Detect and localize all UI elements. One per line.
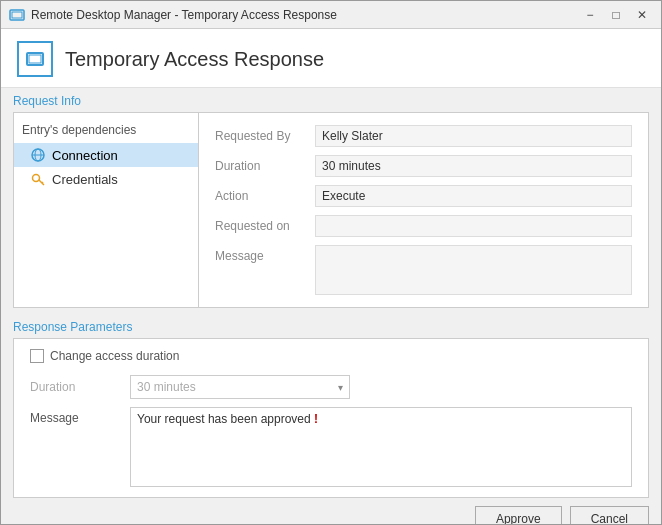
footer-buttons: Approve Cancel bbox=[1, 498, 661, 524]
maximize-button[interactable]: □ bbox=[605, 4, 627, 26]
message-label: Message bbox=[215, 245, 315, 263]
tree-item-connection-label: Connection bbox=[52, 148, 118, 163]
window-title: Remote Desktop Manager - Temporary Acces… bbox=[31, 8, 579, 22]
svg-line-9 bbox=[42, 182, 43, 183]
chevron-down-icon: ▾ bbox=[338, 382, 343, 393]
response-duration-row: Duration 30 minutes ▾ bbox=[30, 375, 632, 399]
requested-on-value bbox=[315, 215, 632, 237]
response-body: Change access duration Duration 30 minut… bbox=[13, 338, 649, 498]
request-info-body: Entry's dependencies Connection bbox=[13, 112, 649, 308]
svg-rect-1 bbox=[12, 12, 22, 18]
action-value: Execute bbox=[315, 185, 632, 207]
action-label: Action bbox=[215, 185, 315, 203]
change-access-label: Change access duration bbox=[50, 349, 179, 363]
response-duration-select[interactable]: 30 minutes ▾ bbox=[130, 375, 350, 399]
request-info-section: Request Info Entry's dependencies bbox=[1, 88, 661, 308]
tree-item-credentials-label: Credentials bbox=[52, 172, 118, 187]
approved-exclamation: ! bbox=[314, 412, 318, 426]
request-info-label: Request Info bbox=[1, 88, 661, 112]
requested-by-value: Kelly Slater bbox=[315, 125, 632, 147]
main-window: Remote Desktop Manager - Temporary Acces… bbox=[0, 0, 662, 525]
requested-on-label: Requested on bbox=[215, 215, 315, 233]
tree-panel: Entry's dependencies Connection bbox=[14, 113, 199, 307]
header-icon bbox=[17, 41, 53, 77]
window-controls: − □ ✕ bbox=[579, 4, 653, 26]
response-message-row: Message Your request has been approved ! bbox=[30, 407, 632, 487]
approved-text-main: Your request has been approved bbox=[137, 412, 314, 426]
change-access-row: Change access duration bbox=[30, 349, 632, 363]
cancel-button[interactable]: Cancel bbox=[570, 506, 649, 524]
response-params-section: Response Parameters Change access durati… bbox=[1, 314, 661, 498]
message-row: Message bbox=[215, 245, 632, 295]
svg-point-7 bbox=[33, 175, 40, 182]
dialog-title: Temporary Access Response bbox=[65, 48, 324, 71]
requested-on-row: Requested on bbox=[215, 215, 632, 237]
duration-value: 30 minutes bbox=[315, 155, 632, 177]
connection-icon bbox=[30, 147, 46, 163]
change-access-checkbox[interactable] bbox=[30, 349, 44, 363]
titlebar: Remote Desktop Manager - Temporary Acces… bbox=[1, 1, 661, 29]
key-icon bbox=[30, 171, 46, 187]
details-panel: Requested By Kelly Slater Duration 30 mi… bbox=[199, 113, 648, 307]
requested-by-label: Requested By bbox=[215, 125, 315, 143]
duration-label: Duration bbox=[215, 155, 315, 173]
svg-rect-3 bbox=[29, 55, 41, 63]
message-value bbox=[315, 245, 632, 295]
tree-item-connection[interactable]: Connection bbox=[14, 143, 198, 167]
approve-button[interactable]: Approve bbox=[475, 506, 562, 524]
approved-text: Your request has been approved ! bbox=[137, 412, 318, 426]
response-duration-value: 30 minutes bbox=[137, 380, 196, 394]
response-message-textarea[interactable]: Your request has been approved ! bbox=[130, 407, 632, 487]
app-icon bbox=[9, 7, 25, 23]
dialog-header: Temporary Access Response bbox=[1, 29, 661, 88]
response-message-label: Message bbox=[30, 407, 130, 425]
response-params-label: Response Parameters bbox=[1, 314, 661, 338]
response-duration-label: Duration bbox=[30, 380, 130, 394]
tree-header: Entry's dependencies bbox=[14, 119, 198, 143]
content-area: Request Info Entry's dependencies bbox=[1, 88, 661, 524]
close-button[interactable]: ✕ bbox=[631, 4, 653, 26]
minimize-button[interactable]: − bbox=[579, 4, 601, 26]
duration-row: Duration 30 minutes bbox=[215, 155, 632, 177]
action-row: Action Execute bbox=[215, 185, 632, 207]
requested-by-row: Requested By Kelly Slater bbox=[215, 125, 632, 147]
tree-item-credentials[interactable]: Credentials bbox=[14, 167, 198, 191]
